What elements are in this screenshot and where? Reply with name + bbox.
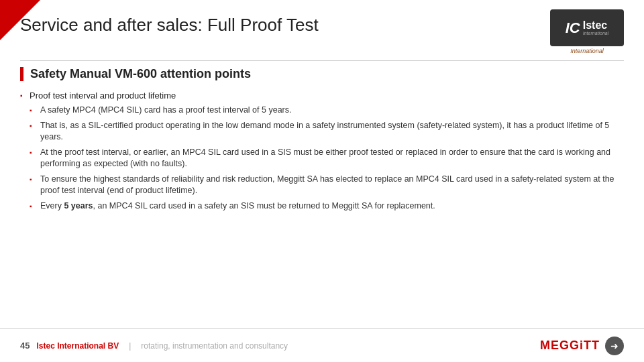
logo-area: IC Istec International International bbox=[543, 7, 631, 57]
footer-tagline: rotating, instrumentation and consultanc… bbox=[141, 341, 288, 351]
logo-istec-bottom: International bbox=[583, 31, 609, 36]
footer-company: Istec International BV bbox=[36, 341, 119, 351]
logo-istec-top: Istec bbox=[583, 20, 607, 31]
bullet-prefix-5: Every bbox=[40, 201, 64, 210]
footer-left: 45 Istec International BV | rotating, in… bbox=[20, 341, 288, 351]
bullet-text-3: At the proof test interval, or earlier, … bbox=[40, 147, 610, 169]
bullet-item-3: At the proof test interval, or earlier, … bbox=[20, 147, 624, 170]
logo-box: IC Istec International bbox=[550, 9, 624, 46]
bullet-item-1: A safety MPC4 (MPC4 SIL) card has a proo… bbox=[20, 105, 624, 117]
footer: 45 Istec International BV | rotating, in… bbox=[0, 328, 644, 362]
footer-separator: | bbox=[129, 341, 131, 351]
footer-right: MEGGiTT ➜ bbox=[540, 337, 624, 355]
bullet-text-4: To ensure the highest standards of relia… bbox=[40, 174, 614, 196]
bullet-text-2: That is, as a SIL-certified product oper… bbox=[40, 121, 609, 142]
logo-ic: IC bbox=[566, 19, 580, 37]
logo-istec: Istec International bbox=[583, 20, 609, 36]
logo-subtitle: International bbox=[570, 48, 604, 54]
bullet-item-5: Every 5 years, an MPC4 SIL card used in … bbox=[20, 200, 624, 213]
section-title: Safety Manual VM-600 attention points bbox=[20, 67, 624, 81]
arrow-circle-icon: ➜ bbox=[605, 337, 624, 355]
bullet-bold-5: 5 years bbox=[64, 201, 93, 210]
header-divider bbox=[20, 60, 624, 61]
page-number: 45 bbox=[20, 341, 30, 351]
page-title: Service and after sales: Full Proof Test bbox=[20, 15, 319, 36]
bullet-item-4: To ensure the highest standards of relia… bbox=[20, 174, 624, 197]
bullet-suffix-5: , an MPC4 SIL card used in a safety an S… bbox=[93, 201, 435, 210]
bullet-item-2: That is, as a SIL-certified product oper… bbox=[20, 120, 624, 143]
bullet-text-1: A safety MPC4 (MPC4 SIL) card has a proo… bbox=[40, 105, 291, 115]
level1-bullet: Proof test interval and product lifetime bbox=[20, 90, 624, 101]
meggitt-logo: MEGGiTT bbox=[540, 339, 600, 353]
content-area: Safety Manual VM-600 attention points Pr… bbox=[20, 67, 624, 325]
